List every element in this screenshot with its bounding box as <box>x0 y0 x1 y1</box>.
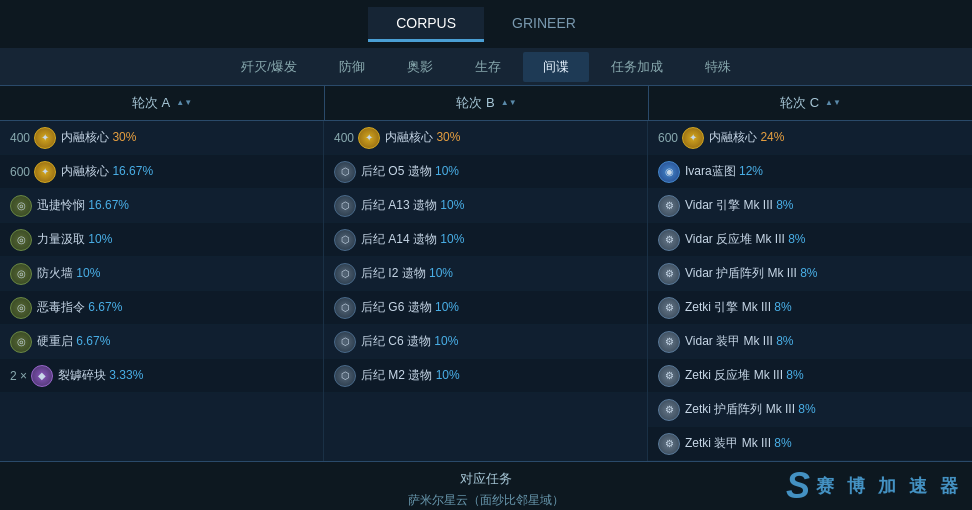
data-column-1: 400✦内融核心 30%⬡后纪 O5 遗物 10%⬡后纪 A13 遗物 10%⬡… <box>324 121 648 461</box>
item-pct: 8% <box>798 402 815 416</box>
subtab-annihilation[interactable]: 歼灭/爆发 <box>221 52 317 82</box>
item-pct: 10% <box>434 334 458 348</box>
item-pct: 8% <box>774 300 791 314</box>
item-name: Zetki 装甲 Mk III 8% <box>685 435 792 452</box>
item-name: 后纪 I2 遗物 10% <box>361 265 453 282</box>
tab-grineer[interactable]: GRINEER <box>484 7 604 42</box>
item-name: Ivara蓝图 12% <box>685 163 763 180</box>
item-pct: 30% <box>112 130 136 144</box>
top-tab-bar: CORPUS GRINEER <box>0 0 972 48</box>
item-name: Zetki 护盾阵列 Mk III 8% <box>685 401 816 418</box>
table-row: ⚙Zetki 装甲 Mk III 8% <box>648 427 972 461</box>
gear-icon: ⚙ <box>658 399 680 421</box>
item-name: 后纪 M2 遗物 10% <box>361 367 460 384</box>
table-row: ⬡后纪 A13 遗物 10% <box>324 189 647 223</box>
grenade-icon: ◎ <box>10 229 32 251</box>
table-row: ◎恶毒指令 6.67% <box>0 291 323 325</box>
item-name: 后纪 C6 遗物 10% <box>361 333 458 350</box>
grenade-icon: ◎ <box>10 195 32 217</box>
sort-arrows-a[interactable]: ▲▼ <box>176 99 192 107</box>
table-row: ⬡后纪 A14 遗物 10% <box>324 223 647 257</box>
col-b-label: 轮次 B <box>456 94 494 112</box>
sort-arrows-c[interactable]: ▲▼ <box>825 99 841 107</box>
item-name: 后纪 A13 遗物 10% <box>361 197 464 214</box>
empty-row <box>0 393 323 427</box>
table-row: ⚙Zetki 护盾阵列 Mk III 8% <box>648 393 972 427</box>
watermark-text: 赛 博 加 速 器 <box>816 474 962 498</box>
table-row: ⬡后纪 I2 遗物 10% <box>324 257 647 291</box>
item-pct: 10% <box>440 232 464 246</box>
gear-icon: ⚙ <box>658 263 680 285</box>
col-header-a: 轮次 A ▲▼ <box>0 86 324 120</box>
watermark: S 赛 博 加 速 器 <box>786 465 962 507</box>
grenade-icon: ◎ <box>10 263 32 285</box>
table-row: ⬡后纪 G6 遗物 10% <box>324 291 647 325</box>
subtab-defense[interactable]: 防御 <box>319 52 385 82</box>
table-row: ◉Ivara蓝图 12% <box>648 155 972 189</box>
item-name: Zetki 反应堆 Mk III 8% <box>685 367 804 384</box>
sort-arrows-b[interactable]: ▲▼ <box>501 99 517 107</box>
subtab-spy[interactable]: 间谍 <box>523 52 589 82</box>
table-row: ◎硬重启 6.67% <box>0 325 323 359</box>
gold-icon: ✦ <box>34 127 56 149</box>
col-a-label: 轮次 A <box>132 94 170 112</box>
row-prefix: 2 × <box>10 369 27 383</box>
item-name: 防火墙 10% <box>37 265 100 282</box>
subtab-mission-bonus[interactable]: 任务加成 <box>591 52 683 82</box>
dark-icon: ⬡ <box>334 331 356 353</box>
col-header-c: 轮次 C ▲▼ <box>648 86 972 120</box>
item-name: Vidar 反应堆 Mk III 8% <box>685 231 805 248</box>
table-row: ◎力量汲取 10% <box>0 223 323 257</box>
table-row: ⚙Zetki 反应堆 Mk III 8% <box>648 359 972 393</box>
subtab-special[interactable]: 特殊 <box>685 52 751 82</box>
item-name: 后纪 G6 遗物 10% <box>361 299 459 316</box>
row-prefix: 600 <box>658 131 678 145</box>
empty-row <box>0 427 323 461</box>
gear-icon: ⚙ <box>658 433 680 455</box>
item-pct: 10% <box>429 266 453 280</box>
tab-corpus[interactable]: CORPUS <box>368 7 484 42</box>
item-pct: 8% <box>776 198 793 212</box>
item-name: Vidar 护盾阵列 Mk III 8% <box>685 265 817 282</box>
gear-icon: ⚙ <box>658 229 680 251</box>
item-pct: 6.67% <box>88 300 122 314</box>
table-row: ◎迅捷怜悯 16.67% <box>0 189 323 223</box>
blue-icon: ◉ <box>658 161 680 183</box>
table-row: 600✦内融核心 24% <box>648 121 972 155</box>
item-name: 后纪 O5 遗物 10% <box>361 163 459 180</box>
sub-tab-bar: 歼灭/爆发 防御 奥影 生存 间谍 任务加成 特殊 <box>0 48 972 86</box>
item-pct: 8% <box>774 436 791 450</box>
data-rows: 400✦内融核心 30%600✦内融核心 16.67%◎迅捷怜悯 16.67%◎… <box>0 121 972 461</box>
dark-icon: ⬡ <box>334 195 356 217</box>
item-pct: 16.67% <box>88 198 129 212</box>
item-name: 内融核心 16.67% <box>61 163 153 180</box>
item-pct: 10% <box>440 198 464 212</box>
subtab-survival[interactable]: 生存 <box>455 52 521 82</box>
item-pct: 10% <box>435 300 459 314</box>
grenade-icon: ◎ <box>10 297 32 319</box>
column-headers: 轮次 A ▲▼ 轮次 B ▲▼ 轮次 C ▲▼ <box>0 86 972 121</box>
item-pct: 10% <box>435 164 459 178</box>
gold-icon: ✦ <box>682 127 704 149</box>
item-name: 后纪 A14 遗物 10% <box>361 231 464 248</box>
grenade-icon: ◎ <box>10 331 32 353</box>
item-name: 恶毒指令 6.67% <box>37 299 122 316</box>
dark-icon: ⬡ <box>334 229 356 251</box>
item-name: Vidar 装甲 Mk III 8% <box>685 333 793 350</box>
item-name: Zetki 引擎 Mk III 8% <box>685 299 792 316</box>
dark-icon: ⬡ <box>334 161 356 183</box>
item-name: 力量汲取 10% <box>37 231 112 248</box>
row-prefix: 400 <box>10 131 30 145</box>
item-name: 硬重启 6.67% <box>37 333 110 350</box>
gear-icon: ⚙ <box>658 297 680 319</box>
item-name: 裂罅碎块 3.33% <box>58 367 143 384</box>
gold-icon: ✦ <box>358 127 380 149</box>
table-row: ⚙Vidar 装甲 Mk III 8% <box>648 325 972 359</box>
data-column-0: 400✦内融核心 30%600✦内融核心 16.67%◎迅捷怜悯 16.67%◎… <box>0 121 324 461</box>
gear-icon: ⚙ <box>658 365 680 387</box>
subtab-shadow[interactable]: 奥影 <box>387 52 453 82</box>
item-pct: 3.33% <box>109 368 143 382</box>
col-c-label: 轮次 C <box>780 94 819 112</box>
item-pct: 24% <box>760 130 784 144</box>
watermark-s: S <box>786 465 810 507</box>
